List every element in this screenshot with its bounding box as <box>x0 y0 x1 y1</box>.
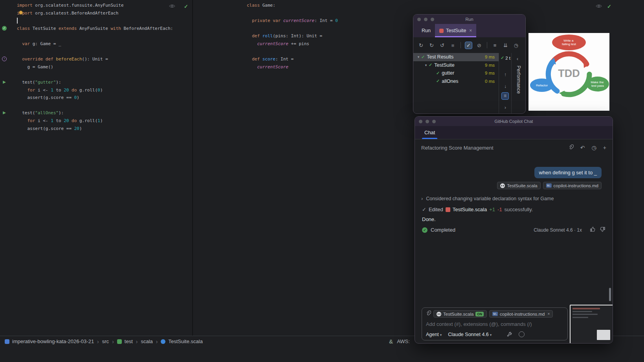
override-icon[interactable]: ↑ <box>2 57 7 61</box>
mode-selector[interactable]: Agent▾ <box>426 332 442 337</box>
send-button[interactable] <box>519 331 525 337</box>
tab-chat[interactable]: Chat <box>422 126 437 139</box>
input-chip-testsuite[interactable]: TestSuite.scala ON <box>433 310 487 318</box>
tools-icon[interactable] <box>506 331 512 337</box>
minimize-window-icon[interactable] <box>424 18 427 21</box>
run-icon[interactable]: ▶ <box>2 110 7 115</box>
code-line[interactable] <box>17 17 173 25</box>
performance-tab[interactable]: Performance <box>516 66 521 94</box>
code-line[interactable]: currentScore <box>247 63 338 71</box>
show-ignored-icon[interactable]: ⊘ <box>475 42 483 49</box>
code-line[interactable]: test("allOnes"): <box>17 109 173 117</box>
inspection-ok-icon[interactable]: ✓ <box>184 4 188 9</box>
game-code[interactable]: class Game: private var currentScore: In… <box>247 2 338 71</box>
attach-icon[interactable] <box>426 311 431 318</box>
stop-icon[interactable]: ■ <box>449 42 457 49</box>
bulb-icon[interactable] <box>19 11 23 15</box>
chat-input-box[interactable]: TestSuite.scala ON M↓ copilot-instructio… <box>422 307 568 340</box>
tdd-green-label: Make the test pass <box>591 80 604 88</box>
remove-chip-icon[interactable]: × <box>548 312 550 316</box>
test-result-row[interactable]: ✓allOnes0 ms <box>413 77 499 86</box>
close-tab-icon[interactable]: × <box>469 28 472 33</box>
code-line[interactable]: class TestSuite extends AnyFunSuite with… <box>17 25 173 33</box>
auto-test-icon[interactable]: ↺ <box>439 42 446 49</box>
previous-occurrence-icon[interactable]: ↑ <box>499 72 512 77</box>
history-icon[interactable]: ◷ <box>592 144 596 151</box>
code-line[interactable]: var g: Game = _ <box>17 40 173 48</box>
undo-icon[interactable]: ↶ <box>580 144 585 151</box>
run-window-titlebar[interactable]: Run <box>413 15 525 24</box>
code-line[interactable] <box>17 71 173 79</box>
code-line[interactable]: for i <- 1 to 20 do g.roll(1) <box>17 117 173 125</box>
code-line[interactable]: for i <- 1 to 20 do g.roll(0) <box>17 86 173 94</box>
thumbs-down-icon[interactable] <box>600 227 605 233</box>
filter-tests-icon[interactable]: ≡ <box>501 92 509 100</box>
inspection-eye-icon[interactable] <box>169 3 175 10</box>
code-line[interactable]: currentScore += pins <box>247 40 338 48</box>
code-line[interactable] <box>247 48 338 56</box>
minimize-window-icon[interactable] <box>426 120 429 123</box>
chat-window-titlebar[interactable]: GitHub Copilot Chat <box>415 117 613 126</box>
thumbs-up-icon[interactable] <box>590 227 595 233</box>
attach-icon[interactable] <box>569 144 574 151</box>
close-window-icon[interactable] <box>417 18 421 21</box>
code-line[interactable] <box>17 102 173 110</box>
chat-input-placeholder[interactable]: Add context (#), extensions (@), command… <box>426 321 563 327</box>
code-line[interactable]: override def beforeEach(): Unit = <box>17 55 173 63</box>
breadcrumb-project[interactable]: imperative-bowling-kata-2026-03-21 <box>12 338 94 344</box>
next-occurrence-icon[interactable]: ↓ <box>499 84 512 89</box>
history-icon[interactable]: ◷ <box>512 42 520 49</box>
code-line[interactable] <box>247 9 338 17</box>
code-line[interactable] <box>247 25 338 33</box>
code-line[interactable]: assert(g.score == 20) <box>17 125 173 133</box>
rerun-icon[interactable]: ↻ <box>417 42 425 49</box>
expand-all-icon[interactable]: ⇊ <box>502 42 509 49</box>
code-line[interactable]: private var currentScore: Int = 0 <box>247 17 338 25</box>
edit-step: ✓ Edited TestSuite.scala +1 -1 successfu… <box>422 207 533 212</box>
zoom-window-icon[interactable] <box>431 18 434 21</box>
code-line[interactable]: test("gutter"): <box>17 79 173 86</box>
model-selector[interactable]: Claude Sonnet 4.6▾ <box>448 332 492 337</box>
run-icon[interactable]: ▶ <box>2 80 7 84</box>
test-result-row[interactable]: ▾✓TestSuite9 ms <box>413 61 499 69</box>
breadcrumb-file[interactable]: TestSuite.scala <box>168 338 202 344</box>
context-chip-testsuite[interactable]: TestSuite.scala <box>497 182 540 189</box>
testsuite-code[interactable]: import org.scalatest.funsuite.AnyFunSuit… <box>17 2 173 132</box>
show-passed-icon[interactable]: ✓ <box>465 42 472 49</box>
code-line[interactable]: import org.scalatest.funsuite.AnyFunSuit… <box>17 2 173 9</box>
code-line[interactable]: import org.scalatest.BeforeAndAfterEach <box>17 9 173 17</box>
code-line[interactable]: assert(g.score == 0) <box>17 94 173 102</box>
tab-testsuite[interactable]: TestSuite × <box>435 24 476 37</box>
zoom-window-icon[interactable] <box>432 120 436 123</box>
attached-screenshot-thumbnail[interactable] <box>570 305 613 344</box>
aws-status-label[interactable]: AWS: <box>397 338 410 344</box>
aws-plugin-icon[interactable]: & <box>389 338 393 345</box>
edited-file-link[interactable]: TestSuite.scala <box>453 207 487 212</box>
code-line[interactable] <box>17 48 173 56</box>
breadcrumb-src[interactable]: src <box>102 338 109 344</box>
code-line[interactable]: g = Game() <box>17 63 173 71</box>
test-result-row[interactable]: ✓gutter9 ms <box>413 69 499 77</box>
code-line[interactable]: def roll(pins: Int): Unit = <box>247 32 338 40</box>
input-chip-instructions[interactable]: M↓ copilot-instructions.md × <box>489 310 553 318</box>
code-line[interactable]: class Game: <box>247 2 338 9</box>
tab-run[interactable]: Run <box>417 24 435 37</box>
rerun-failed-icon[interactable]: ↻ <box>428 42 435 49</box>
code-line[interactable]: def score: Int = <box>247 55 338 63</box>
chat-scrollbar[interactable] <box>609 288 611 301</box>
inspection-ok-icon[interactable]: ✓ <box>607 4 611 9</box>
context-chip-instructions[interactable]: M↓ copilot-instructions.md <box>543 182 602 189</box>
editor-testsuite[interactable]: import org.scalatest.funsuite.AnyFunSuit… <box>0 0 193 336</box>
collapse-icon[interactable]: ‹ <box>517 56 518 62</box>
test-result-row[interactable]: ▾✓Test Results9 ms <box>413 53 499 61</box>
check-circle-icon[interactable]: ✓ <box>2 26 7 31</box>
breadcrumb-scala[interactable]: scala <box>141 338 152 344</box>
reasoning-step[interactable]: › Considered changing variable declarati… <box>421 196 554 201</box>
new-chat-icon[interactable]: + <box>603 144 606 151</box>
breadcrumb-test[interactable]: test <box>125 338 133 344</box>
expand-panel-icon[interactable]: › <box>499 105 512 110</box>
code-line[interactable] <box>17 32 173 40</box>
sort-icon[interactable]: ≡ <box>491 42 499 49</box>
inspection-eye-icon[interactable] <box>596 3 602 10</box>
close-window-icon[interactable] <box>419 120 422 123</box>
